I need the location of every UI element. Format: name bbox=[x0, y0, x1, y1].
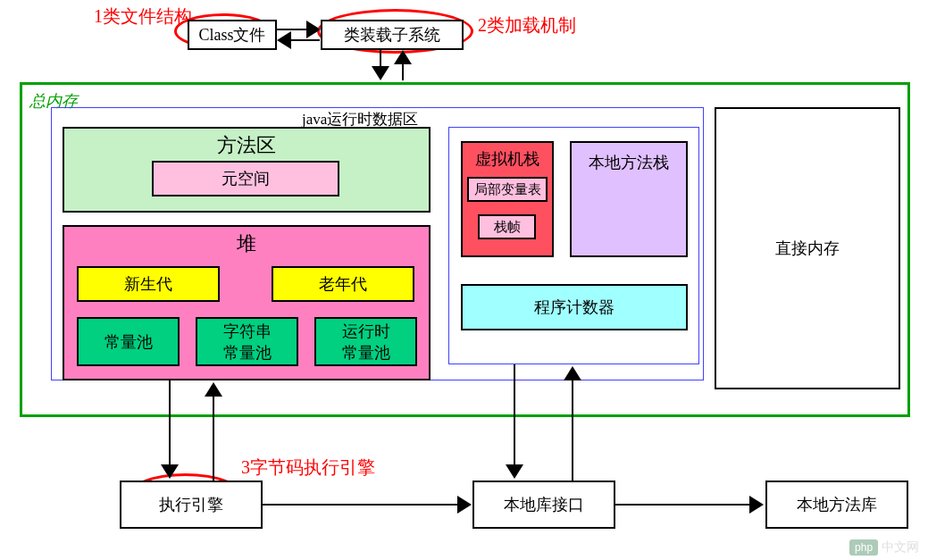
string-pool: 字符串 常量池 bbox=[196, 317, 298, 366]
arrow-head bbox=[206, 382, 221, 395]
arrow-head bbox=[373, 68, 388, 80]
arrow-head bbox=[459, 497, 472, 512]
stack-frame: 栈帧 bbox=[478, 214, 536, 239]
arrow-line bbox=[288, 39, 320, 41]
watermark: php 中文网 bbox=[849, 539, 919, 556]
arrow-line bbox=[572, 379, 573, 481]
arrow-head bbox=[308, 22, 321, 37]
vm-stack-title: 虚拟机栈 bbox=[475, 148, 539, 170]
arrow-line bbox=[263, 504, 459, 506]
arrow-line bbox=[169, 380, 171, 466]
const-pool: 常量池 bbox=[77, 317, 180, 366]
metaspace: 元空间 bbox=[152, 161, 339, 196]
method-area-title: 方法区 bbox=[217, 132, 276, 159]
arrow-line bbox=[514, 364, 515, 466]
arrow-head bbox=[507, 466, 522, 479]
class-loader-box: 类装载子系统 bbox=[321, 20, 464, 50]
arrow-head bbox=[396, 50, 410, 63]
arrow-head bbox=[277, 33, 289, 47]
pc-register: 程序计数器 bbox=[461, 284, 688, 330]
local-vars: 局部变量表 bbox=[467, 177, 548, 202]
arrow-head bbox=[751, 497, 764, 512]
annotation-3: 3字节码执行引擎 bbox=[241, 456, 375, 480]
arrow-line bbox=[213, 395, 214, 481]
native-lib-interface: 本地库接口 bbox=[472, 481, 615, 529]
heap-title: 堆 bbox=[237, 230, 256, 257]
runtime-pool: 运行时 常量池 bbox=[314, 317, 417, 366]
native-stack: 本地方法栈 bbox=[570, 141, 688, 257]
old-gen: 老年代 bbox=[272, 266, 414, 302]
native-method-lib: 本地方法库 bbox=[765, 481, 908, 529]
annotation-2: 2类加载机制 bbox=[478, 13, 576, 38]
direct-memory: 直接内存 bbox=[715, 107, 900, 389]
arrow-line bbox=[402, 63, 404, 80]
arrow-head bbox=[565, 366, 580, 379]
arrow-line bbox=[380, 50, 381, 68]
arrow-line bbox=[615, 504, 751, 506]
arrow-head bbox=[163, 466, 177, 479]
exec-engine: 执行引擎 bbox=[120, 481, 263, 529]
arrow-line bbox=[277, 29, 308, 30]
young-gen: 新生代 bbox=[77, 266, 220, 302]
class-file-box: Class文件 bbox=[188, 20, 277, 50]
